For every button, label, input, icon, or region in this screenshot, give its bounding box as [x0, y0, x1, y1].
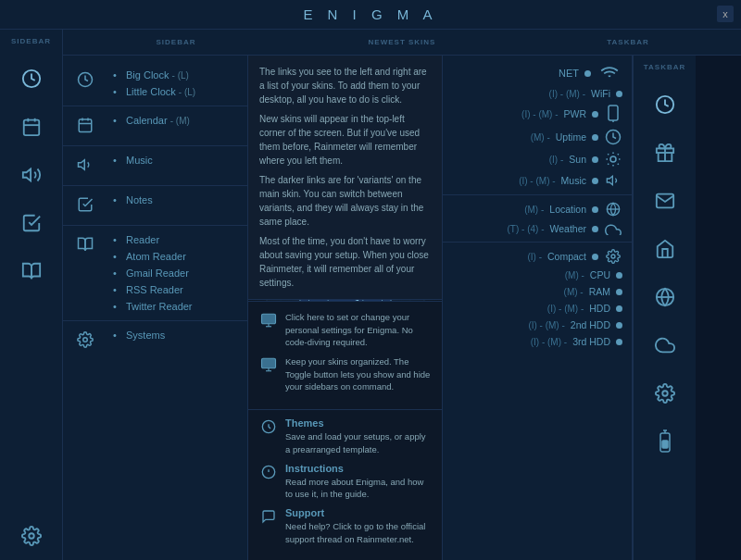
instructions-content: Instructions Read more about Enigma, and…	[285, 463, 431, 501]
ram-link[interactable]: RAM	[589, 286, 610, 297]
themes-text: Save and load your setups, or apply a pr…	[285, 430, 431, 455]
little-clock-link[interactable]: Little Clock	[126, 86, 176, 97]
weather-link[interactable]: Weather	[550, 223, 587, 234]
themes-content: Themes Save and load your setups, or app…	[285, 417, 431, 455]
themes-icon	[259, 417, 278, 436]
twitter-reader-link[interactable]: Twitter Reader	[126, 301, 193, 312]
twitter-reader-item[interactable]: Twitter Reader	[100, 298, 247, 315]
taskbar-battery-icon[interactable]	[645, 421, 685, 462]
sidebar-item-clock[interactable]	[11, 58, 52, 99]
compact-variants: (I) -	[527, 252, 542, 262]
sidebar-item-calendar[interactable]	[11, 106, 52, 147]
wifi-link[interactable]: WiFi	[591, 88, 610, 99]
clock-group-icon	[70, 65, 100, 94]
uptime-dot	[592, 134, 598, 141]
svg-point-19	[327, 300, 364, 301]
rss-reader-item[interactable]: RSS Reader	[100, 281, 247, 298]
rss-reader-link[interactable]: RSS Reader	[126, 284, 183, 295]
sidebar-item-notes[interactable]	[11, 203, 52, 243]
tool-settings[interactable]: Click here to set or change your persona…	[259, 311, 431, 348]
little-clock-variant: - (L)	[179, 87, 195, 97]
hdd3-row: (I) - (M) - 3rd HDD	[443, 333, 632, 350]
info-text-block: The links you see to the left and right …	[248, 56, 442, 300]
hdd2-link[interactable]: 2nd HDD	[571, 319, 610, 330]
calendar-item[interactable]: Calendar - (M)	[100, 112, 247, 129]
atom-reader-link[interactable]: Atom Reader	[126, 251, 186, 262]
location-link[interactable]: Location	[549, 204, 586, 215]
pwr-row: (I) - (M) - PWR	[443, 102, 632, 126]
taskbar-gift-icon[interactable]	[645, 132, 685, 173]
preview-monitor	[299, 300, 392, 301]
close-button[interactable]: x	[717, 6, 734, 22]
music-newest-link[interactable]: Music	[561, 175, 586, 186]
weather-variants: (T) - (4) -	[508, 224, 545, 234]
reader-link[interactable]: Reader	[126, 234, 159, 245]
monitor-screen	[299, 300, 392, 301]
big-clock-link[interactable]: Big Clock	[126, 69, 169, 81]
taskbar-cloud-icon[interactable]	[645, 325, 685, 366]
hdd3-link[interactable]: 3rd HDD	[572, 336, 610, 347]
compact-row: (I) - Compact	[443, 246, 632, 267]
themes-item[interactable]: Themes Save and load your setups, or app…	[259, 417, 431, 455]
divider-2	[63, 145, 247, 146]
hdd-variants: (I) - (M) -	[547, 304, 584, 314]
music-item[interactable]: Music	[100, 152, 247, 168]
sun-icon	[604, 151, 622, 168]
reader-item[interactable]: Reader	[100, 231, 247, 248]
tool-toggle[interactable]: Keep your skins organized. The Toggle bu…	[259, 355, 431, 392]
skin-group-systems: Systems	[63, 327, 247, 355]
instructions-title[interactable]: Instructions	[285, 463, 431, 474]
sidebar-item-reader[interactable]	[11, 251, 52, 292]
support-title[interactable]: Support	[285, 507, 431, 518]
cpu-link[interactable]: CPU	[590, 269, 610, 280]
taskbar-clock-icon[interactable]	[645, 84, 685, 125]
themes-title[interactable]: Themes	[285, 417, 431, 429]
music-row-variants: (I) - (M) -	[519, 176, 555, 186]
content-area: SIDEBAR NEWEST SKINS TASKBAR	[63, 30, 741, 560]
svg-point-55	[662, 391, 668, 396]
taskbar-home-icon[interactable]	[645, 229, 685, 269]
music-link[interactable]: Music	[126, 155, 153, 166]
gmail-reader-link[interactable]: Gmail Reader	[126, 268, 189, 279]
support-content: Support Need help? Click to go to the of…	[285, 507, 431, 545]
wifi-dot	[616, 91, 622, 97]
pwr-variants: (I) - (M) -	[521, 109, 558, 119]
atom-reader-item[interactable]: Atom Reader	[100, 248, 247, 265]
svg-rect-59	[662, 441, 668, 448]
hdd3-dot	[616, 339, 622, 345]
hdd-link[interactable]: HDD	[589, 303, 610, 314]
svg-rect-34	[609, 106, 618, 120]
skin-group-music: Music	[63, 152, 247, 180]
pwr-link[interactable]: PWR	[564, 108, 587, 119]
instructions-item[interactable]: Instructions Read more about Enigma, and…	[259, 463, 431, 501]
instructions-text: Read more about Enigma, and how to use i…	[285, 476, 431, 501]
uptime-link[interactable]: Uptime	[556, 131, 586, 143]
info-para4: Most of the time, you don't have to worr…	[259, 234, 431, 290]
cpu-dot	[616, 272, 622, 279]
svg-rect-26	[262, 359, 276, 369]
sun-link[interactable]: Sun	[569, 154, 586, 165]
taskbar-mail-icon[interactable]	[645, 180, 685, 221]
big-clock-item[interactable]: Big Clock - (L)	[100, 67, 247, 83]
support-item[interactable]: Support Need help? Click to go to the of…	[259, 507, 431, 545]
svg-line-44	[618, 154, 619, 155]
svg-rect-23	[262, 315, 276, 325]
taskbar-globe-icon[interactable]	[645, 277, 685, 317]
little-clock-item[interactable]: Little Clock - (L)	[100, 83, 247, 100]
svg-line-43	[608, 164, 609, 165]
taskbar-gear-icon[interactable]	[645, 373, 685, 414]
sidebar-item-settings[interactable]	[11, 516, 52, 556]
wifi-variants: (I) - (M) -	[549, 89, 585, 99]
hdd-row: (I) - (M) - HDD	[443, 300, 632, 317]
ram-row: (M) - RAM	[443, 283, 632, 300]
sidebar-item-music[interactable]	[11, 155, 52, 195]
app-title: E N I G M A	[303, 6, 437, 22]
calendar-link[interactable]: Calendar	[126, 115, 168, 126]
compact-link[interactable]: Compact	[547, 251, 586, 262]
notes-item[interactable]: Notes	[100, 192, 247, 208]
notes-link[interactable]: Notes	[126, 194, 153, 205]
gmail-reader-item[interactable]: Gmail Reader	[100, 265, 247, 281]
systems-link[interactable]: Systems	[126, 330, 165, 341]
net-link[interactable]: NET	[559, 68, 579, 79]
systems-item[interactable]: Systems	[100, 327, 247, 343]
